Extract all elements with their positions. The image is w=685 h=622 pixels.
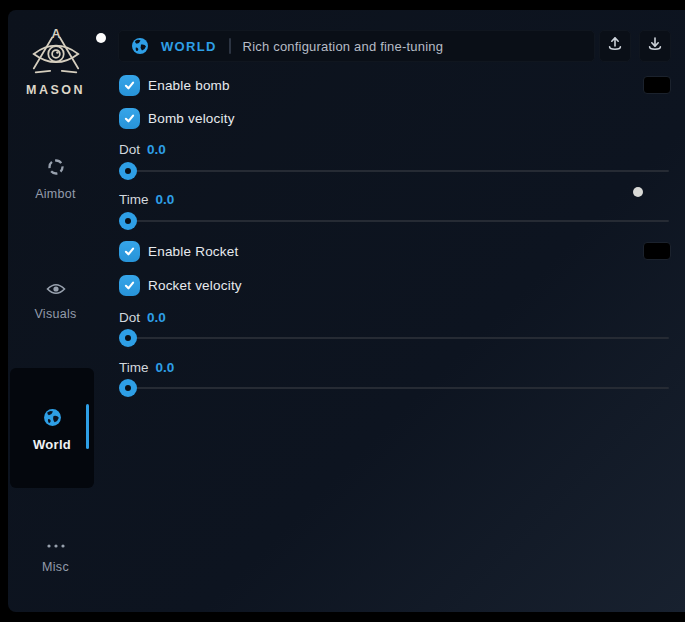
rocket-dot-slider[interactable] <box>119 329 669 347</box>
sidebar-item-visuals[interactable]: Visuals <box>8 282 103 321</box>
sidebar-item-label: Aimbot <box>35 187 76 201</box>
slider-value: 0.0 <box>156 192 175 207</box>
cursor-dot <box>96 33 106 43</box>
sidebar: A MASON Aimbot <box>8 10 103 612</box>
download-icon <box>647 36 663 56</box>
check-icon <box>122 111 137 126</box>
slider-label: Time <box>119 192 149 207</box>
slider-label: Dot <box>119 142 140 157</box>
upload-icon <box>607 36 623 56</box>
globe-icon <box>43 408 62 431</box>
sidebar-item-label: Visuals <box>34 307 76 321</box>
tab-header: WORLD Rich configuration and fine-tuning <box>118 30 595 62</box>
enable-bomb-checkbox[interactable] <box>119 75 140 96</box>
brand-name: MASON <box>8 83 103 97</box>
slider-value: 0.0 <box>156 360 175 375</box>
enable-rocket-checkbox[interactable] <box>119 241 140 262</box>
slider-label: Dot <box>119 310 140 325</box>
content-panel: WORLD Rich configuration and fine-tuning <box>118 20 671 600</box>
active-tab-indicator <box>86 404 89 449</box>
check-icon <box>122 78 137 93</box>
slider-thumb[interactable] <box>119 379 137 397</box>
checkbox-label: Enable bomb <box>148 78 230 93</box>
slider-value: 0.0 <box>147 142 166 157</box>
checkbox-label: Bomb velocity <box>148 111 235 126</box>
bomb-velocity-checkbox[interactable] <box>119 108 140 129</box>
slider-label-row: Dot 0.0 <box>119 310 166 325</box>
checkbox-row: Bomb velocity <box>119 108 671 129</box>
rocket-velocity-checkbox[interactable] <box>119 275 140 296</box>
slider-label-row: Dot 0.0 <box>119 142 166 157</box>
check-icon <box>122 244 137 259</box>
page-subtitle: Rich configuration and fine-tuning <box>243 39 443 54</box>
mod-menu-window: A MASON Aimbot <box>8 10 685 612</box>
slider-track[interactable] <box>119 337 669 339</box>
bomb-color-swatch[interactable] <box>643 76 671 94</box>
cursor-dot <box>633 187 643 197</box>
slider-track[interactable] <box>119 387 669 389</box>
download-config-button[interactable] <box>639 30 671 62</box>
slider-thumb[interactable] <box>119 162 137 180</box>
sidebar-item-misc[interactable]: Misc <box>8 535 103 574</box>
eye-icon <box>46 282 66 300</box>
slider-track[interactable] <box>119 220 669 222</box>
sidebar-item-label: World <box>33 437 71 452</box>
slider-label: Time <box>119 360 149 375</box>
bomb-dot-slider[interactable] <box>119 162 669 180</box>
checkbox-label: Rocket velocity <box>148 278 242 293</box>
checkbox-row: Rocket velocity <box>119 275 671 296</box>
sidebar-item-world-selected[interactable]: World <box>10 368 94 488</box>
ellipsis-icon <box>46 535 66 553</box>
upload-config-button[interactable] <box>599 30 631 62</box>
slider-thumb[interactable] <box>119 329 137 347</box>
checkbox-row: Enable bomb <box>119 75 671 96</box>
slider-thumb[interactable] <box>119 212 137 230</box>
rocket-color-swatch[interactable] <box>643 242 671 260</box>
sidebar-item-aimbot[interactable]: Aimbot <box>8 158 103 201</box>
svg-text:A: A <box>51 27 60 41</box>
slider-value: 0.0 <box>147 310 166 325</box>
slider-label-row: Time 0.0 <box>119 192 174 207</box>
check-icon <box>122 278 137 293</box>
sidebar-item-label: Misc <box>42 560 69 574</box>
crosshair-icon <box>47 158 65 180</box>
globe-icon <box>131 37 149 55</box>
checkbox-row: Enable Rocket <box>119 241 671 262</box>
slider-label-row: Time 0.0 <box>119 360 174 375</box>
mason-logo-icon: A <box>8 26 103 78</box>
page-title: WORLD <box>161 39 217 54</box>
checkbox-label: Enable Rocket <box>148 244 238 259</box>
rocket-time-slider[interactable] <box>119 379 669 397</box>
slider-track[interactable] <box>119 170 669 172</box>
header-divider <box>229 38 231 54</box>
bomb-time-slider[interactable] <box>119 212 669 230</box>
